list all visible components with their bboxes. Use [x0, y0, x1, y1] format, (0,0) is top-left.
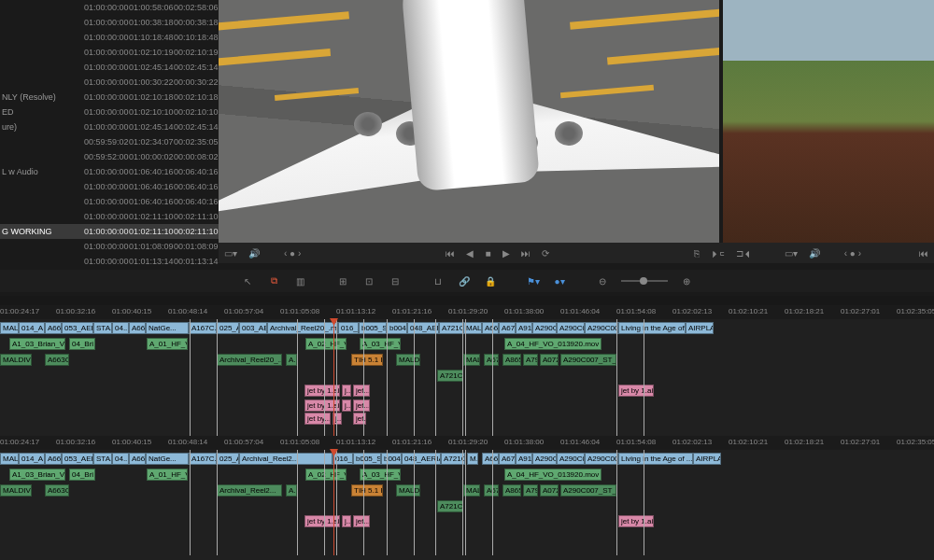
first-frame2-icon[interactable]: ⏮ — [919, 248, 928, 259]
timeline-clip[interactable]: j... — [342, 515, 351, 527]
timeline-clip[interactable]: jet... — [353, 385, 370, 397]
timeline-clip[interactable]: b005_SF... — [353, 453, 381, 465]
timeline-clip[interactable]: A1_03_Brian_VO_... — [9, 469, 65, 481]
timeline-clip[interactable]: MALDI... — [396, 354, 420, 366]
timeline-clip[interactable]: A721C002... — [437, 370, 463, 382]
timeline-clip[interactable]: jet by 1.aif — [618, 515, 654, 527]
media-pool[interactable]: 01:00:00:0001:00:58:0600:02:58:0601:00:0… — [0, 0, 219, 245]
timeline-clip[interactable]: TIH 5.1 FX on... — [351, 354, 383, 366]
timeline-clip[interactable]: jet... — [353, 399, 370, 412]
timeline-clip[interactable]: jet... — [353, 413, 366, 425]
timeline-clip[interactable]: 04_Bri... — [69, 338, 95, 350]
timeline-clip[interactable]: MALDIVE... — [0, 484, 32, 497]
timeline-clip[interactable]: Archival_Reel20_.mov — [267, 322, 338, 334]
timeline-clip[interactable]: A290C007_ST_MAART... — [560, 354, 616, 366]
timeline-clip[interactable]: 04_Bri... — [69, 469, 95, 481]
overwrite-icon[interactable]: ⊡ — [362, 274, 375, 287]
timeline-ruler-1[interactable]: 01:00:24:1701:00:32:1601:00:40:1501:00:4… — [0, 305, 934, 319]
viewer2-mode-icon[interactable]: ▭▾ — [785, 248, 798, 259]
timeline-clip[interactable]: 016_A... — [333, 453, 353, 465]
timeline-clip[interactable]: 014_A... — [19, 453, 45, 465]
media-pool-row[interactable]: 01:00:00:0001:02:11:1000:02:11:10 — [0, 209, 219, 224]
mute-icon[interactable]: 🔊 — [248, 248, 260, 259]
timeline-clip[interactable]: A_04_HF_VO_013920.mov — [504, 469, 601, 481]
timeline-clip[interactable]: 016_A... — [338, 322, 359, 334]
timeline-clip[interactable]: A... — [286, 484, 297, 497]
timeline-clip[interactable]: A_02_HF_V... — [305, 338, 347, 350]
timeline-clip[interactable]: AIRPLAN... — [693, 453, 721, 465]
media-pool-row[interactable]: 01:00:00:0001:10:18:4800:10:18:48 — [0, 30, 219, 45]
timeline-clip[interactable]: A290C0... — [557, 453, 585, 465]
timeline-clip[interactable]: AIRPLAN... — [686, 322, 714, 334]
timeline-clip[interactable]: MALDI... — [396, 484, 420, 497]
timeline-clip[interactable]: Living in the Age of ... — [618, 453, 693, 465]
timeline-clip[interactable]: STA... — [93, 453, 112, 465]
timeline-clip[interactable]: A... — [286, 354, 297, 366]
timeline-clip[interactable]: A290C0... — [532, 453, 557, 465]
timeline-tracks-2[interactable]: MALDIV...014_A...A66...053_AERIA...STA..… — [0, 450, 934, 555]
timeline-clip[interactable]: A663C... — [45, 354, 69, 366]
timeline-clip[interactable]: A67... — [499, 453, 516, 465]
timeline-clip[interactable]: A663C... — [45, 484, 69, 497]
timeline-clip[interactable]: A66... — [482, 322, 499, 334]
timeline-clip[interactable]: 025_AE... — [217, 322, 239, 334]
trim-tool-icon[interactable]: ⧉ — [267, 274, 280, 287]
match-frame-icon[interactable]: ⎘ — [694, 248, 700, 259]
arrow-tool-icon[interactable]: ↖ — [241, 274, 254, 287]
stop-icon[interactable]: ■ — [485, 248, 490, 259]
timeline-clip[interactable]: A66... — [45, 453, 62, 465]
lock-icon[interactable]: 🔒 — [484, 274, 497, 287]
timeline-clip[interactable]: A_02_HF_VO... — [305, 469, 347, 481]
timeline-area[interactable]: 01:00:24:1701:00:32:1601:00:40:1501:00:4… — [0, 296, 934, 560]
timeline-clip[interactable]: 053_AERIA... — [62, 322, 93, 334]
timeline-clip[interactable]: A91... — [516, 453, 532, 465]
timeline-clip[interactable]: 053_AERIA... — [62, 453, 93, 465]
timeline-clip[interactable]: A290C0... — [532, 322, 557, 334]
link-icon[interactable]: 🔗 — [458, 274, 471, 287]
media-pool-row[interactable]: 01:00:00:0001:02:45:1400:02:45:14 — [0, 60, 219, 75]
timeline-clip[interactable]: b004... — [381, 453, 402, 465]
out-icon[interactable]: ⊐⏴ — [736, 248, 753, 259]
media-pool-row[interactable]: 01:00:00:0001:06:40:1600:06:40:16 — [0, 194, 219, 209]
timeline-clip[interactable]: A290C007... — [585, 322, 618, 334]
timeline-clip[interactable]: j... — [342, 385, 351, 397]
mark-prev-icon[interactable]: ‹ ● › — [284, 248, 301, 259]
timeline-clip[interactable]: A290C007_ST_MAART... — [560, 484, 616, 497]
timeline-clip[interactable]: jet by 1.aif — [304, 385, 340, 397]
timeline-clip[interactable]: A_01_HF_V... — [147, 338, 188, 350]
timeline-clip[interactable]: A865... — [502, 354, 521, 366]
media-pool-row[interactable]: 00:59:52:0001:00:00:0200:00:08:02 — [0, 149, 219, 164]
timeline-clip[interactable]: jet by 1.aif — [304, 399, 340, 412]
mute2-icon[interactable]: 🔊 — [809, 248, 820, 259]
timeline-clip[interactable]: A_04_HF_VO_013920.mov — [504, 338, 601, 350]
timeline-clip[interactable]: b005_SF... — [359, 322, 387, 334]
replace-icon[interactable]: ⊟ — [389, 274, 402, 287]
timeline-clip[interactable]: A79... — [523, 484, 538, 497]
timeline-clip[interactable]: 003_AER... — [239, 322, 267, 334]
timeline-clip[interactable]: A_01_HF_V... — [147, 469, 188, 481]
timeline-clip[interactable]: MALDIV... — [0, 322, 19, 334]
playhead-2[interactable] — [333, 450, 334, 555]
media-pool-row[interactable]: G WORKING01:00:00:0001:02:11:1000:02:11:… — [0, 224, 219, 239]
timeline-ruler-2[interactable]: 01:00:24:1701:00:32:1601:00:40:1501:00:4… — [0, 436, 934, 450]
timeline-clip[interactable]: MALDIVE... — [0, 354, 32, 366]
snap-icon[interactable]: ⊔ — [432, 274, 445, 287]
media-pool-row[interactable]: L w Audio01:00:00:0001:06:40:1600:06:40:… — [0, 164, 219, 179]
zoom-in-icon[interactable]: ⊕ — [680, 274, 693, 287]
timeline-clip[interactable]: STA... — [93, 322, 112, 334]
timeline-clip[interactable]: 025_AE... — [217, 453, 239, 465]
media-pool-row[interactable]: ure)01:00:00:0001:02:45:1400:02:45:14 — [0, 119, 219, 134]
timeline-clip[interactable]: A072... — [540, 354, 559, 366]
timeline-clip[interactable]: A721C002... — [437, 500, 463, 512]
timeline-clip[interactable]: A290C0... — [557, 322, 585, 334]
playhead-1[interactable] — [333, 319, 334, 436]
timeline-clip[interactable]: A721C0... — [441, 453, 465, 465]
timeline-clip[interactable]: Living in the Age of ... — [618, 322, 686, 334]
marker-icon[interactable]: ●▾ — [553, 274, 566, 287]
timeline-clip[interactable]: NatGe... — [146, 453, 189, 465]
timeline-clip[interactable]: A79... — [523, 354, 538, 366]
source-viewer[interactable] — [219, 0, 719, 243]
timeline-clip[interactable]: jet by 1.aif — [618, 385, 654, 397]
timeline-clip[interactable]: NatGe... — [146, 322, 189, 334]
timeline-clip[interactable]: A66... — [482, 453, 499, 465]
